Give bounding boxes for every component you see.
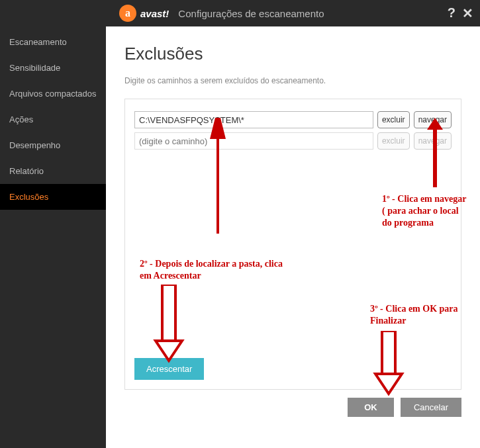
window-title: Configurações de escaneamento <box>178 8 324 19</box>
sidebar-item-desempenho[interactable]: Desempenho <box>0 132 106 158</box>
content-area: Exclusões Digite os caminhos a serem exc… <box>106 26 480 448</box>
brand-text: avast! <box>140 8 169 19</box>
exclusions-panel: excluir navegar excluir navegar Acrescen… <box>124 99 461 390</box>
browse-button[interactable]: navegar <box>414 111 452 128</box>
add-button[interactable]: Acrescentar <box>134 358 204 380</box>
sidebar-item-exclusoes[interactable]: Exclusões <box>0 184 106 210</box>
close-icon[interactable]: ✕ <box>462 5 473 21</box>
table-row: excluir navegar <box>134 132 452 150</box>
delete-button[interactable]: excluir <box>377 111 410 128</box>
annotation-text-3: 3º - Clica em OK para Finalizar <box>370 303 469 327</box>
svg-rect-3 <box>162 285 175 341</box>
page-description: Digite os caminhos a serem excluídos do … <box>124 76 461 85</box>
brand-logo: a avast! <box>119 5 169 22</box>
annotation-arrow-ok <box>369 331 408 397</box>
annotation-text-2: 2º - Depois de localizar a pasta, clica … <box>140 258 292 282</box>
browse-button-disabled: navegar <box>414 132 452 150</box>
svg-rect-5 <box>382 331 395 374</box>
sidebar-item-escaneamento[interactable]: Escaneamento <box>0 29 106 55</box>
sidebar-item-acoes[interactable]: Ações <box>0 107 106 132</box>
annotation-arrow-navegar <box>422 118 448 191</box>
annotation-text-1: 1º - Clica em navegar ( para achar o loc… <box>382 193 468 230</box>
annotation-arrow-acrescentar <box>149 285 189 364</box>
delete-button-disabled: excluir <box>377 132 410 150</box>
path-input[interactable] <box>134 111 373 128</box>
cancel-button[interactable]: Cancelar <box>401 398 461 417</box>
table-row: excluir navegar <box>134 111 452 128</box>
ok-button[interactable]: OK <box>348 398 394 417</box>
sidebar-item-arquivos-compactados[interactable]: Arquivos compactados <box>0 81 106 107</box>
help-icon[interactable]: ? <box>448 5 456 21</box>
path-input-empty[interactable] <box>134 132 373 150</box>
sidebar-item-sensibilidade[interactable]: Sensibilidade <box>0 55 106 81</box>
avast-icon: a <box>119 5 136 22</box>
sidebar: Escaneamento Sensibilidade Arquivos comp… <box>0 26 106 448</box>
title-bar: a avast! Configurações de escaneamento ?… <box>0 0 480 26</box>
dialog-footer: OK Cancelar <box>124 390 461 417</box>
sidebar-item-relatorio[interactable]: Relatório <box>0 158 106 184</box>
page-title: Exclusões <box>124 44 461 64</box>
